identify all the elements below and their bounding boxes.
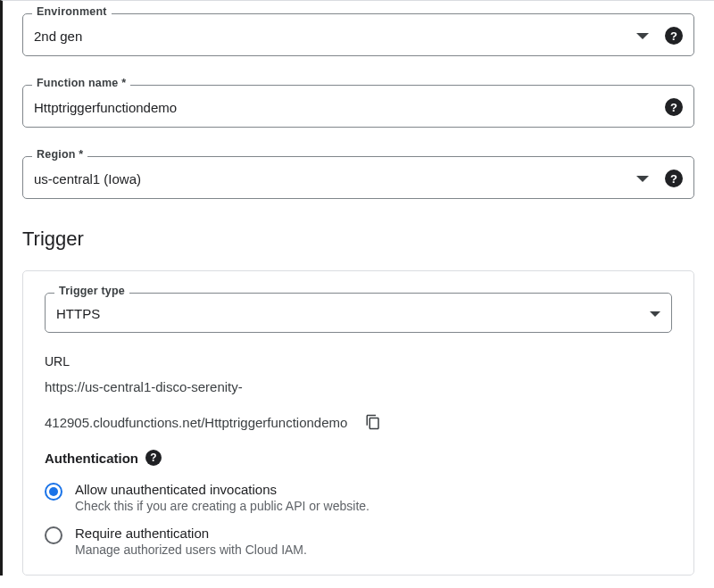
help-icon[interactable]: ? xyxy=(665,170,683,187)
auth-option-title: Require authentication xyxy=(75,526,307,541)
url-label: URL xyxy=(45,354,672,369)
auth-option-require-authentication[interactable]: Require authentication Manage authorized… xyxy=(45,526,672,557)
function-name-field[interactable]: Function name * Httptriggerfunctiondemo … xyxy=(22,85,694,128)
auth-option-allow-unauthenticated[interactable]: Allow unauthenticated invocations Check … xyxy=(45,482,672,513)
help-icon[interactable]: ? xyxy=(665,98,683,116)
help-icon[interactable]: ? xyxy=(665,27,683,45)
region-value: us-central1 (Iowa) xyxy=(34,171,141,186)
trigger-type-label: Trigger type xyxy=(54,285,129,297)
radio-icon[interactable] xyxy=(45,526,62,544)
trigger-card: Trigger type HTTPS URL https://us-centra… xyxy=(22,270,694,576)
url-text-1: https://us-central1-disco-serenity- xyxy=(45,379,243,394)
authentication-label: Authentication xyxy=(45,451,138,466)
help-icon[interactable]: ? xyxy=(145,450,162,466)
auth-option-desc: Manage authorized users with Cloud IAM. xyxy=(75,542,307,557)
environment-field[interactable]: Environment 2nd gen ? xyxy=(22,13,694,56)
radio-icon[interactable] xyxy=(45,483,62,501)
environment-label: Environment xyxy=(32,5,112,18)
trigger-type-value: HTTPS xyxy=(56,306,100,321)
chevron-down-icon[interactable] xyxy=(650,311,660,317)
region-label: Region * xyxy=(32,148,87,161)
auth-option-desc: Check this if you are creating a public … xyxy=(75,499,369,513)
region-field[interactable]: Region * us-central1 (Iowa) ? xyxy=(22,156,694,199)
url-text-2: 412905.cloudfunctions.net/Httptriggerfun… xyxy=(45,415,347,430)
authentication-header: Authentication ? xyxy=(45,450,672,466)
function-name-label: Function name * xyxy=(32,77,130,89)
chevron-down-icon[interactable] xyxy=(636,33,649,39)
environment-value: 2nd gen xyxy=(34,29,82,44)
trigger-heading: Trigger xyxy=(22,228,694,251)
function-name-value: Httptriggerfunctiondemo xyxy=(34,100,177,115)
trigger-type-field[interactable]: Trigger type HTTPS xyxy=(45,293,672,333)
chevron-down-icon[interactable] xyxy=(636,176,649,182)
auth-option-title: Allow unauthenticated invocations xyxy=(75,482,369,497)
copy-icon[interactable] xyxy=(365,414,381,430)
